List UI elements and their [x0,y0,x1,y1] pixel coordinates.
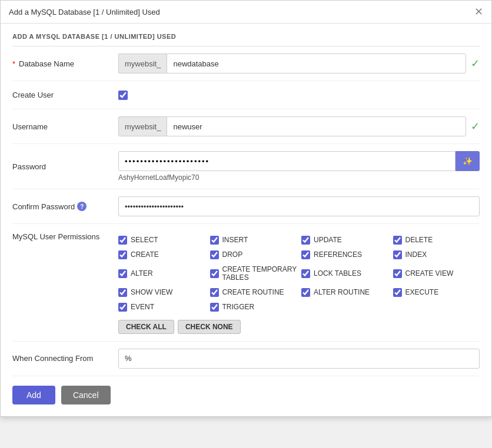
username-input[interactable] [167,116,466,136]
perm-alter: ALTER [118,265,205,282]
username-label: Username [12,122,118,131]
perm-create-temp-checkbox[interactable] [210,269,219,278]
database-name-prefix: mywebsit_ [118,54,167,73]
perm-create-routine-label: CREATE ROUTINE [222,288,284,296]
dialog-titlebar: Add a MySQL Database [1 / Unlimited] Use… [1,1,491,24]
perm-create-view-label: CREATE VIEW [405,269,454,278]
perm-references: REFERENCES [301,250,388,259]
perm-trigger: TRIGGER [210,303,297,312]
perm-show-view-checkbox[interactable] [118,288,127,297]
perm-show-view: SHOW VIEW [118,288,205,297]
perm-create-checkbox[interactable] [118,250,127,259]
perm-index: INDEX [393,250,480,259]
perm-index-label: INDEX [405,250,427,259]
permissions-row: MySQL User Permissions SELECT INSERT UPD… [12,224,480,342]
connecting-from-row: When Connecting From [12,342,480,376]
connecting-from-control [118,349,480,369]
check-buttons-row: CHECK ALL CHECK NONE [118,320,241,334]
perm-select: SELECT [118,236,205,245]
check-all-button[interactable]: CHECK ALL [118,320,174,334]
perm-update-label: UPDATE [314,236,342,244]
perm-lock-checkbox[interactable] [301,269,310,278]
confirm-password-row: Confirm Password ? [12,189,480,224]
perm-alter-routine-checkbox[interactable] [301,288,310,297]
perm-insert: INSERT [210,236,297,245]
perm-create-temp: CREATE TEMPORARY TABLES [210,265,297,282]
dialog-body: ADD A MYSQL DATABASE [1 / UNLIMITED] USE… [1,24,491,416]
create-user-checkbox-wrapper[interactable] [118,91,128,100]
close-button[interactable]: ✕ [474,6,483,17]
create-user-control [118,91,480,100]
database-name-check-icon: ✓ [471,57,480,70]
perm-create-routine-checkbox[interactable] [210,288,219,297]
perm-create-routine: CREATE ROUTINE [210,288,297,297]
perm-index-checkbox[interactable] [393,250,402,259]
cancel-button[interactable]: Cancel [61,386,111,404]
connecting-from-input[interactable] [118,349,480,369]
perm-delete-checkbox[interactable] [393,236,402,245]
password-row: Password ✨ AshyHornetLoafMyopic70 [12,144,480,189]
perm-create-temp-label: CREATE TEMPORARY TABLES [222,265,297,282]
perm-execute-checkbox[interactable] [393,288,402,297]
perm-drop: DROP [210,250,297,259]
database-name-row: * Database Name mywebsit_ ✓ [12,46,480,81]
perm-alter-routine-label: ALTER ROUTINE [314,288,370,296]
dialog: Add a MySQL Database [1 / Unlimited] Use… [0,0,492,417]
perm-event: EVENT [118,303,205,312]
perm-event-checkbox[interactable] [118,303,127,312]
perm-event-label: EVENT [131,303,154,311]
perm-alter-checkbox[interactable] [118,269,127,278]
perm-trigger-checkbox[interactable] [210,303,219,312]
permissions-control: SELECT INSERT UPDATE DELETE [118,232,480,334]
perm-create-view-checkbox[interactable] [393,269,402,278]
perm-delete-label: DELETE [405,236,433,244]
permissions-label: MySQL User Permissions [12,232,118,241]
perm-select-label: SELECT [131,236,158,244]
perm-create: CREATE [118,250,205,259]
confirm-password-input[interactable] [118,196,480,216]
password-area: ✨ AshyHornetLoafMyopic70 [118,151,480,182]
perm-lock: LOCK TABLES [301,265,388,282]
perm-update-checkbox[interactable] [301,236,310,245]
confirm-password-help-icon[interactable]: ? [77,202,87,211]
perm-references-label: REFERENCES [314,250,362,259]
database-name-control: mywebsit_ ✓ [118,54,480,73]
required-indicator: * [12,59,15,68]
confirm-password-control [118,196,480,216]
perm-references-checkbox[interactable] [301,250,310,259]
perm-trigger-label: TRIGGER [222,303,255,311]
create-user-checkbox[interactable] [118,91,128,100]
add-button[interactable]: Add [12,386,55,404]
action-buttons-row: Add Cancel [12,376,480,404]
perm-alter-label: ALTER [131,269,153,278]
password-hint: AshyHornetLoafMyopic70 [118,173,480,182]
perm-create-view: CREATE VIEW [393,265,480,282]
perm-execute-label: EXECUTE [405,288,439,296]
password-input[interactable] [118,151,456,171]
perm-update: UPDATE [301,236,388,245]
perm-lock-label: LOCK TABLES [314,269,361,278]
perm-insert-label: INSERT [222,236,248,244]
connecting-from-label: When Connecting From [12,354,118,363]
perm-delete: DELETE [393,236,480,245]
username-check-icon: ✓ [471,120,480,133]
perm-execute: EXECUTE [393,288,480,297]
perm-select-checkbox[interactable] [118,236,127,245]
password-control: ✨ AshyHornetLoafMyopic70 [118,151,480,182]
dialog-title: Add a MySQL Database [1 / Unlimited] Use… [9,8,160,16]
username-prefix: mywebsit_ [118,116,167,136]
perm-show-view-label: SHOW VIEW [131,288,172,296]
generate-password-button[interactable]: ✨ [456,151,480,171]
check-none-button[interactable]: CHECK NONE [178,320,241,334]
database-name-label: * Database Name [12,59,118,68]
perm-drop-label: DROP [222,250,243,259]
create-user-row: Create User [12,81,480,109]
password-label: Password [12,162,118,171]
perm-alter-routine: ALTER ROUTINE [301,288,388,297]
password-input-row: ✨ [118,151,480,171]
database-name-input[interactable] [167,54,466,73]
username-control: mywebsit_ ✓ [118,116,480,136]
perm-insert-checkbox[interactable] [210,236,219,245]
confirm-password-label: Confirm Password ? [12,202,118,211]
perm-drop-checkbox[interactable] [210,250,219,259]
